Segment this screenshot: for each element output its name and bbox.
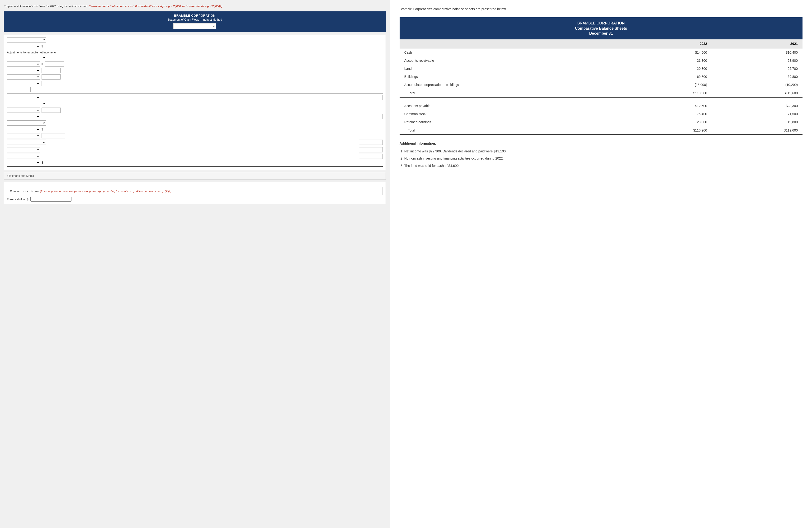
balance-table-header: BRAMBLE CORPORATION Comparative Balance … bbox=[400, 17, 802, 40]
input-1[interactable] bbox=[45, 44, 69, 49]
select-7[interactable] bbox=[7, 81, 40, 86]
select-8[interactable] bbox=[7, 95, 40, 100]
instructions-main: Prepare a statement of cash flows for 20… bbox=[4, 5, 88, 8]
ai-list-item: The land was sold for cash of $4,600. bbox=[404, 163, 802, 168]
row-13: $ bbox=[7, 127, 383, 132]
input-8[interactable] bbox=[359, 114, 383, 119]
table-row bbox=[400, 97, 802, 102]
bth-title: Comparative Balance Sheets bbox=[404, 26, 798, 31]
select-1[interactable] bbox=[7, 37, 46, 43]
bth-date: December 31 bbox=[404, 31, 798, 35]
row-val-2021: 71,500 bbox=[712, 110, 802, 118]
row-val-2022: (15,000) bbox=[621, 81, 712, 89]
row-val-2021: $119,600 bbox=[712, 89, 802, 98]
select-12[interactable] bbox=[7, 120, 46, 126]
row-label: Retained earnings bbox=[400, 118, 621, 126]
input-13[interactable] bbox=[359, 153, 383, 159]
input-9[interactable] bbox=[45, 127, 64, 132]
row-label: Buildings bbox=[400, 73, 621, 81]
input-2[interactable] bbox=[45, 61, 64, 67]
input-7[interactable] bbox=[42, 107, 60, 113]
select-17[interactable] bbox=[7, 153, 40, 159]
select-3[interactable] bbox=[7, 55, 46, 60]
row-label: Land bbox=[400, 64, 621, 73]
input-final[interactable] bbox=[45, 160, 69, 165]
instructions-text: Prepare a statement of cash flows for 20… bbox=[4, 4, 386, 8]
col-header-row: 2022 2021 bbox=[400, 40, 802, 48]
input-12[interactable] bbox=[359, 147, 383, 152]
free-cash-label: Free cash flow bbox=[7, 198, 25, 201]
row-label: Total bbox=[400, 89, 621, 98]
select-13[interactable] bbox=[7, 127, 40, 132]
select-15[interactable] bbox=[7, 140, 46, 145]
col-2021-header: 2021 bbox=[712, 40, 802, 48]
input-11[interactable] bbox=[359, 140, 383, 145]
select-18[interactable] bbox=[7, 160, 40, 165]
free-cash-input[interactable] bbox=[30, 197, 71, 202]
row-val-2022: 75,400 bbox=[621, 110, 712, 118]
select-2[interactable] bbox=[7, 44, 40, 49]
row-14 bbox=[7, 133, 383, 138]
corp-subtitle: Statement of Cash Flows – Indirect Metho… bbox=[6, 18, 383, 21]
table-row: Total$110,900$119,600 bbox=[400, 126, 802, 135]
cash-flow-form: $ Adjustments to reconcile net income to… bbox=[4, 35, 386, 170]
row-2: $ bbox=[7, 44, 383, 49]
row-8 bbox=[7, 95, 383, 100]
row-val-2022: $14,500 bbox=[621, 48, 712, 57]
select-9[interactable] bbox=[7, 101, 46, 106]
row-7 bbox=[7, 81, 383, 86]
row-label: Cash bbox=[400, 48, 621, 57]
input-subtotal-1[interactable] bbox=[7, 87, 31, 92]
balance-table-container: BRAMBLE CORPORATION Comparative Balance … bbox=[400, 17, 802, 135]
table-row: Cash$14,500$10,400 bbox=[400, 48, 802, 57]
free-cash-instructions: Compute free cash flow. bbox=[10, 190, 39, 192]
corp-part1: BRAMBLE bbox=[577, 21, 595, 25]
input-4[interactable] bbox=[42, 74, 60, 79]
row-val-2021: 69,800 bbox=[712, 73, 802, 81]
select-6[interactable] bbox=[7, 74, 40, 79]
input-3[interactable] bbox=[42, 68, 60, 73]
row-17 bbox=[7, 153, 383, 159]
corp-name: BRAMBLE CORPORATION bbox=[6, 14, 383, 17]
input-10[interactable] bbox=[42, 133, 65, 138]
row-12 bbox=[7, 120, 383, 126]
left-panel: Prepare a statement of cash flows for 20… bbox=[0, 0, 390, 528]
row-5 bbox=[7, 68, 383, 73]
row-16 bbox=[7, 147, 383, 152]
adjustments-label: Adjustments to reconcile net income to bbox=[7, 51, 383, 54]
row-10 bbox=[7, 107, 383, 113]
bth-corp-name: BRAMBLE CORPORATION bbox=[404, 21, 798, 25]
row-val-2021: 25,700 bbox=[712, 64, 802, 73]
row-6 bbox=[7, 74, 383, 79]
instructions-red: (Show amounts that decrease cash flow wi… bbox=[89, 5, 222, 8]
row-val-2022: $110,900 bbox=[621, 126, 712, 135]
row-18: $ bbox=[7, 160, 383, 165]
row-val-2021: (10,200) bbox=[712, 81, 802, 89]
row-15 bbox=[7, 140, 383, 145]
row-9 bbox=[7, 101, 383, 106]
ai-title: Additional information: bbox=[400, 142, 802, 145]
select-5[interactable] bbox=[7, 68, 40, 73]
row-val-2022: $12,500 bbox=[621, 102, 712, 110]
row-label: Total bbox=[400, 126, 621, 135]
select-4[interactable] bbox=[7, 61, 40, 67]
row-11 bbox=[7, 114, 383, 119]
statement-header: BRAMBLE CORPORATION Statement of Cash Fl… bbox=[4, 11, 386, 32]
select-16[interactable] bbox=[7, 147, 40, 152]
row-label: Accounts receivable bbox=[400, 57, 621, 64]
select-10[interactable] bbox=[7, 107, 40, 113]
ai-list: Net income was $22,300. Dividends declar… bbox=[400, 149, 802, 168]
balance-table: 2022 2021 Cash$14,500$10,400Accounts rec… bbox=[400, 40, 802, 135]
row-val-2021: 19,800 bbox=[712, 118, 802, 126]
input-6[interactable] bbox=[359, 95, 383, 100]
row-val-2022: 23,000 bbox=[621, 118, 712, 126]
row-val-2022: 69,800 bbox=[621, 73, 712, 81]
free-cash-row: Free cash flow $ bbox=[7, 197, 383, 202]
select-14[interactable] bbox=[7, 133, 40, 138]
input-5[interactable] bbox=[42, 81, 65, 86]
col-2022-header: 2022 bbox=[621, 40, 712, 48]
free-cash-section: Compute free cash flow. (Enter negative … bbox=[4, 182, 386, 204]
row-val-2022: $110,900 bbox=[621, 89, 712, 98]
year-dropdown[interactable] bbox=[173, 23, 216, 29]
select-11[interactable] bbox=[7, 114, 40, 119]
